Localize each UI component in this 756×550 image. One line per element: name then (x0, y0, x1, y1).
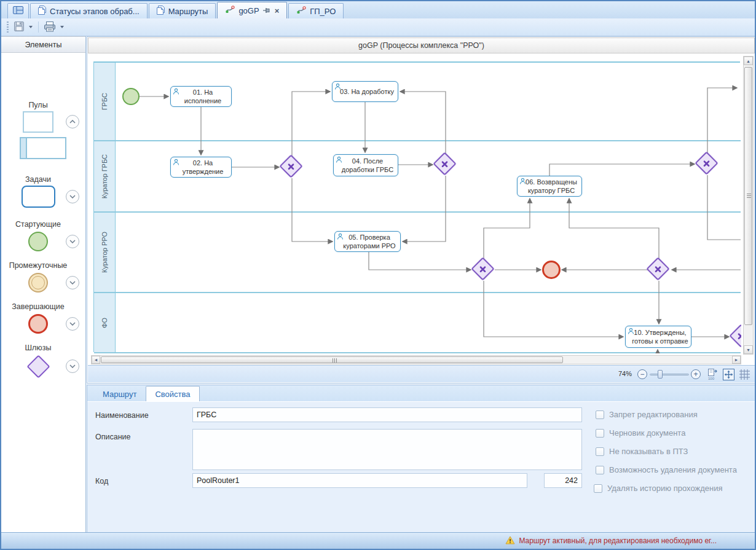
start-event[interactable] (122, 88, 140, 105)
zoom-slider-thumb[interactable] (658, 370, 663, 379)
task-label: 01. На исполнение (178, 88, 224, 106)
scroll-right-button[interactable]: ► (732, 356, 741, 364)
document-icon (38, 6, 46, 17)
palette-section-start: Стартующие (1, 220, 75, 229)
task-shape[interactable] (22, 186, 55, 208)
thumb-grip (747, 194, 751, 198)
properties-panel: Маршрут Свойства Наименование Описание К… (87, 385, 756, 535)
toolbar-separator (38, 22, 39, 33)
toolbar-grip[interactable] (7, 22, 9, 33)
grid-icon[interactable] (738, 368, 751, 380)
code-input[interactable] (192, 473, 527, 488)
sequence-flow[interactable] (292, 92, 330, 156)
tab-gp-ro[interactable]: ГП_РО (288, 3, 344, 18)
sequence-flow[interactable] (292, 178, 333, 242)
pin-icon[interactable] (263, 7, 271, 14)
task-06[interactable]: 06. Возвращены куратору ГРБС (517, 176, 582, 197)
checkbox-label: Черновик документа (609, 428, 685, 438)
task-01[interactable]: 01. На исполнение (170, 86, 232, 107)
scroll-down-button[interactable]: ▼ (744, 345, 753, 354)
gateway-shape[interactable] (26, 355, 50, 378)
tab-label: Статусы этапов обраб... (50, 7, 140, 16)
pool-router[interactable]: ГРБС Куратор ГРБС Куратор РРО ФО (93, 61, 740, 352)
chevron-down-icon (69, 195, 76, 198)
task-02[interactable]: 02. На утверждение (170, 157, 232, 178)
expand-intermediate-button[interactable] (66, 276, 79, 289)
tab-routes[interactable]: Маршруты (149, 3, 216, 18)
chevron-down-icon (69, 364, 76, 368)
code-field-label: Код (95, 477, 108, 485)
save-button[interactable] (12, 20, 26, 35)
vertical-scroll-thumb[interactable] (744, 67, 752, 325)
scroll-left-button[interactable]: ◄ (92, 356, 100, 364)
pool-with-lane-shape[interactable] (20, 137, 66, 159)
sequence-flow[interactable] (403, 176, 446, 242)
task-04[interactable]: 04. После доработки ГРБС (333, 154, 398, 176)
sequence-flow[interactable] (484, 281, 623, 337)
zoom-slider-track[interactable] (650, 374, 689, 375)
vertical-scrollbar[interactable]: ▲ ▼ (743, 56, 754, 355)
collapse-pools-button[interactable] (66, 115, 79, 128)
zoom-100-icon[interactable]: 100 (706, 368, 719, 380)
diagram-viewport[interactable]: ГРБС Куратор ГРБС Куратор РРО ФО (91, 55, 741, 355)
print-dropdown-arrow[interactable] (60, 26, 64, 28)
task-label: 04. После доработки ГРБС (336, 157, 396, 175)
save-dropdown-arrow[interactable] (29, 26, 33, 28)
x-marker-icon (738, 332, 742, 340)
sequence-flow[interactable] (549, 164, 695, 176)
intermediate-event-shape[interactable] (28, 273, 48, 293)
task-label: 10. Утверждены, готовы к отправке (626, 328, 690, 346)
diagram-title: goGP (Процессы комплекса "РРО") (88, 37, 755, 53)
sequence-flow[interactable] (707, 175, 741, 240)
end-event-shape[interactable] (28, 314, 48, 334)
task-05[interactable]: 05. Проверка кураторами РРО (334, 231, 401, 252)
expand-tasks-button[interactable] (66, 190, 79, 203)
checkbox-label: Запрет редактирования (609, 410, 698, 419)
close-icon[interactable]: × (275, 7, 280, 15)
zoom-in-button[interactable]: + (691, 369, 701, 379)
scroll-up-button[interactable]: ▲ (744, 57, 753, 65)
expand-start-button[interactable] (66, 235, 79, 248)
horizontal-scroll-thumb[interactable] (101, 356, 563, 363)
checkbox-label: Не показывать в ПТЗ (609, 447, 688, 456)
description-field-label: Описание (95, 433, 131, 441)
x-marker-icon (655, 265, 662, 273)
description-textarea[interactable] (192, 429, 582, 470)
checkbox-draft[interactable] (596, 429, 604, 438)
flowchart-icon (225, 6, 235, 15)
sequence-flow[interactable] (369, 252, 471, 270)
sequence-flow[interactable] (707, 88, 737, 153)
checkbox-label: Удалять историю прохождения (607, 484, 722, 493)
tab-home[interactable] (7, 3, 29, 18)
save-icon (14, 21, 25, 34)
checkbox-edit-lock[interactable] (596, 411, 604, 419)
checkbox-hide-ptz[interactable] (596, 447, 604, 456)
task-10[interactable]: 10. Утверждены, готовы к отправке (625, 326, 691, 348)
sequence-flow[interactable] (400, 92, 446, 154)
tab-statuses[interactable]: Статусы этапов обраб... (30, 3, 148, 18)
tab-properties[interactable]: Свойства (146, 386, 199, 401)
zoom-level: 74% (618, 370, 632, 377)
tab-route[interactable]: Маршрут (93, 386, 146, 401)
x-marker-icon (441, 160, 449, 168)
fit-screen-icon[interactable] (722, 368, 735, 380)
end-event[interactable] (542, 261, 561, 279)
start-event-shape[interactable] (28, 232, 48, 251)
print-button[interactable] (42, 20, 58, 35)
checkbox-delete-history[interactable] (594, 484, 602, 493)
expand-gateways-button[interactable] (66, 359, 79, 373)
task-03[interactable]: 03. На доработку (332, 81, 398, 102)
zoom-out-button[interactable]: − (637, 369, 647, 379)
expand-end-button[interactable] (66, 317, 79, 331)
tab-gogp[interactable]: goGP × (217, 2, 287, 18)
sequence-flow[interactable] (569, 198, 659, 259)
name-input[interactable] (192, 407, 582, 422)
pool-shape[interactable] (23, 111, 53, 133)
chevron-down-icon (69, 240, 76, 243)
id-input[interactable] (544, 473, 582, 488)
sequence-flow[interactable] (484, 198, 530, 259)
user-icon (173, 159, 179, 167)
checkbox-row: Запрет редактирования (596, 410, 698, 419)
horizontal-scrollbar[interactable]: ◄ ► (91, 355, 741, 364)
checkbox-allow-delete[interactable] (596, 466, 604, 474)
